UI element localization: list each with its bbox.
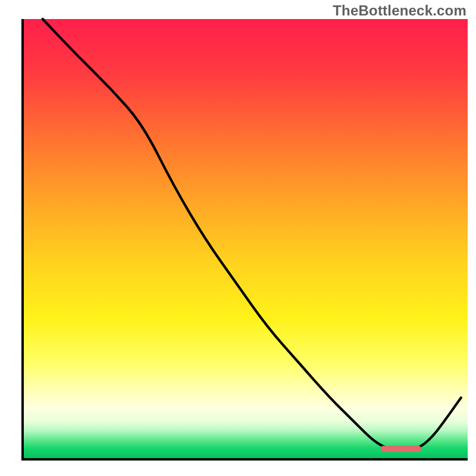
chart-frame: TheBottleneck.com [0,0,476,476]
gradient-background [23,19,468,459]
min-marker [381,446,421,452]
chart-canvas [0,0,476,476]
